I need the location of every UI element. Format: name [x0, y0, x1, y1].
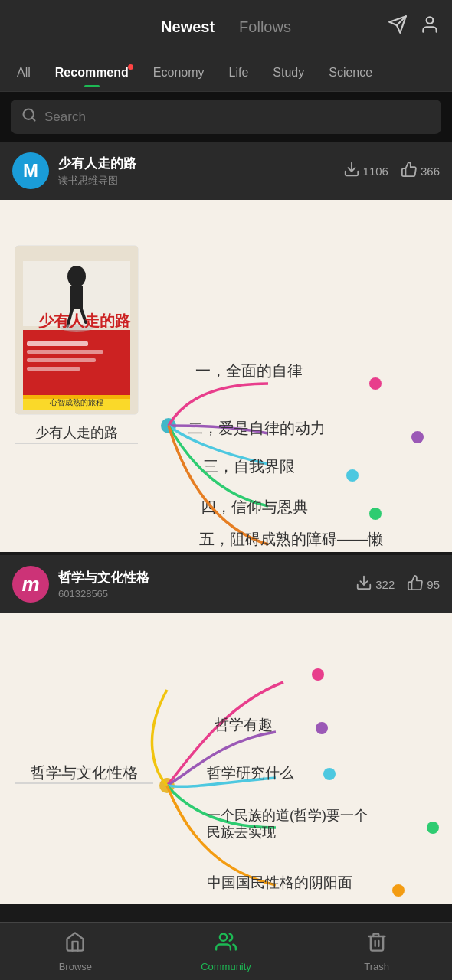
card2-like-count: 95 [427, 578, 440, 591]
svg-text:哲学有趣: 哲学有趣 [215, 717, 273, 733]
cat-all[interactable]: All [6, 60, 41, 86]
svg-text:哲学研究什么: 哲学研究什么 [207, 765, 294, 781]
search-input[interactable] [44, 109, 431, 125]
svg-rect-12 [70, 286, 83, 309]
card1-like-stat: 366 [401, 161, 440, 181]
nav-community[interactable]: Community [151, 923, 302, 980]
header-icons [388, 15, 440, 39]
category-bar: All Recommend Economy Life Study Science [0, 54, 452, 92]
card-1: M 少有人走的路 读书思维导图 1106 [0, 142, 452, 552]
svg-point-41 [316, 722, 328, 734]
svg-text:二，爱是自律的动力: 二，爱是自律的动力 [188, 420, 326, 436]
card1-stats: 1106 366 [343, 161, 440, 181]
svg-point-45 [427, 822, 439, 834]
like-icon-2 [407, 574, 424, 595]
mindmap2-svg: 哲学与文化性格 哲学有趣 哲学研究什么 一个民族的道(哲学)要一个 民族去实现 [0, 613, 452, 904]
card2-download-stat: 322 [355, 574, 395, 595]
svg-rect-9 [23, 330, 130, 399]
card1-mindmap: 少有人走的路 心智成熟的旅程 少有人走的路 一，全面的自律 二，爱是自律的动力 … [0, 200, 452, 552]
tab-newest[interactable]: Newest [161, 18, 215, 36]
svg-text:三，自我界限: 三，自我界限 [203, 458, 295, 475]
header-tabs: Newest Follows [161, 18, 291, 36]
card2-mindmap: 哲学与文化性格 哲学有趣 哲学研究什么 一个民族的道(哲学)要一个 民族去实现 [0, 613, 452, 904]
card1-info: 少有人走的路 读书思维导图 [58, 155, 334, 188]
card2-like-stat: 95 [407, 574, 440, 595]
svg-text:一，全面的自律: 一，全面的自律 [195, 362, 303, 379]
nav-trash-label: Trash [364, 961, 389, 972]
svg-text:少有人走的路: 少有人走的路 [38, 312, 131, 329]
card1-like-count: 366 [421, 165, 440, 178]
svg-point-2 [427, 17, 434, 24]
bottom-nav: Browse Community Trash [0, 922, 452, 980]
svg-text:少有人走的路: 少有人走的路 [35, 425, 118, 440]
card2-title: 哲学与文化性格 [58, 569, 346, 586]
svg-point-30 [346, 469, 359, 482]
card-2: m 哲学与文化性格 601328565 322 [0, 555, 452, 904]
svg-point-43 [323, 768, 336, 780]
card2-header: m 哲学与文化性格 601328565 322 [0, 555, 452, 613]
nav-community-label: Community [201, 961, 251, 972]
cat-recommend[interactable]: Recommend [44, 60, 139, 86]
svg-point-48 [392, 884, 405, 897]
recommend-badge [128, 64, 133, 70]
mindmap1-svg: 少有人走的路 心智成熟的旅程 少有人走的路 一，全面的自律 二，爱是自律的动力 … [0, 200, 452, 552]
cat-life[interactable]: Life [218, 60, 260, 86]
nav-browse-label: Browse [59, 961, 92, 972]
svg-line-4 [32, 118, 35, 121]
card2-info: 哲学与文化性格 601328565 [58, 569, 346, 599]
svg-rect-18 [27, 358, 96, 362]
search-container [0, 92, 452, 142]
svg-point-11 [67, 266, 86, 287]
search-icon [21, 107, 37, 126]
svg-rect-16 [27, 341, 88, 346]
card2-subtitle: 601328565 [58, 588, 346, 599]
svg-point-50 [220, 933, 227, 940]
svg-point-40 [312, 668, 324, 681]
svg-text:中国国民性格的阴阳面: 中国国民性格的阴阳面 [207, 874, 352, 890]
user-icon[interactable] [420, 15, 440, 39]
svg-point-26 [369, 377, 382, 390]
header: Newest Follows [0, 0, 452, 54]
svg-rect-36 [0, 613, 452, 904]
svg-text:民族去实现: 民族去实现 [207, 825, 276, 840]
like-icon [401, 161, 418, 181]
tab-follows[interactable]: Follows [239, 18, 291, 36]
card1-download-stat: 1106 [343, 161, 388, 181]
svg-text:五，阻碍成熟的障碍——懒: 五，阻碍成熟的障碍——懒 [199, 531, 383, 547]
card1-subtitle: 读书思维导图 [58, 174, 334, 188]
send-icon[interactable] [388, 15, 408, 39]
card1-avatar: M [12, 152, 49, 189]
cat-science[interactable]: Science [318, 60, 383, 86]
cat-study[interactable]: Study [262, 60, 315, 86]
svg-rect-19 [27, 367, 80, 371]
card1-header: M 少有人走的路 读书思维导图 1106 [0, 142, 452, 200]
browse-icon [64, 931, 86, 958]
community-icon [215, 931, 237, 958]
svg-text:哲学与文化性格: 哲学与文化性格 [31, 764, 138, 781]
search-bar[interactable] [11, 100, 441, 134]
nav-browse[interactable]: Browse [0, 923, 151, 980]
svg-text:一个民族的道(哲学)要一个: 一个民族的道(哲学)要一个 [207, 808, 368, 823]
card1-download-count: 1106 [363, 165, 388, 178]
svg-rect-17 [27, 350, 103, 354]
card2-avatar: m [12, 566, 49, 603]
svg-point-28 [411, 431, 424, 443]
cat-economy[interactable]: Economy [142, 60, 215, 86]
card1-title: 少有人走的路 [58, 155, 334, 172]
svg-text:心智成熟的旅程: 心智成熟的旅程 [49, 398, 103, 407]
nav-trash[interactable]: Trash [301, 923, 452, 980]
trash-icon [366, 931, 388, 958]
download-icon-2 [355, 574, 372, 595]
card2-download-count: 322 [375, 578, 395, 591]
download-icon [343, 161, 360, 181]
card2-stats: 322 95 [355, 574, 440, 595]
svg-point-32 [369, 508, 382, 520]
